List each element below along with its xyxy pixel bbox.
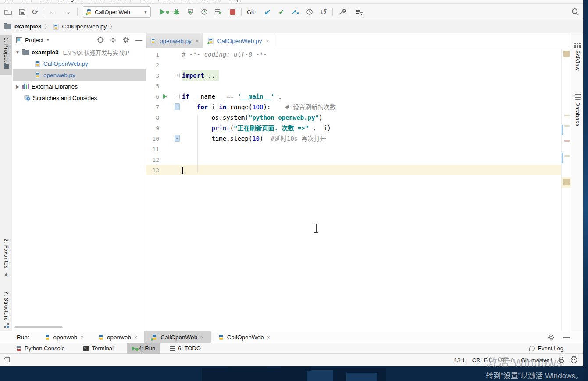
sync-icon[interactable]: ⟳	[30, 7, 40, 17]
code-line-12[interactable]: 12	[146, 154, 561, 165]
forward-icon[interactable]: →	[62, 7, 73, 17]
close-icon[interactable]: ×	[266, 38, 269, 44]
fold-collapse-icon[interactable]: −	[175, 135, 180, 142]
sidebar-item-structure[interactable]: 7: Structure	[0, 291, 12, 328]
menu-bar[interactable]: FileEditViewNavigateCodeRefactorRunTools…	[0, 0, 583, 4]
tool-window-python-console[interactable]: Python Console	[11, 343, 70, 354]
git-update-icon[interactable]: ↙	[262, 7, 273, 17]
locate-icon[interactable]	[97, 36, 104, 43]
breadcrumb-separator-icon: 〉	[45, 23, 50, 30]
code-line-5[interactable]: 5	[146, 81, 561, 91]
tool-window-event-log[interactable]: Event Log	[529, 345, 563, 352]
open-icon[interactable]	[3, 7, 13, 17]
tree-row-callopenweb.py[interactable]: CallOpenWeb.py	[13, 58, 146, 69]
menu-refactor[interactable]: Refactor	[111, 0, 133, 3]
run-tab-1-openweb[interactable]: openweb×	[91, 331, 144, 343]
run-with-configuration-icon[interactable]	[213, 7, 224, 17]
sidebar-item-project[interactable]: 1: Project	[0, 35, 12, 75]
close-icon[interactable]: ×	[80, 334, 84, 341]
fold-collapse-icon[interactable]: −	[175, 94, 180, 99]
code-line-3[interactable]: 3+import ...	[146, 70, 561, 81]
code-editor[interactable]: 1# -*- coding: utf-8 -*-23+import ...56−…	[146, 49, 561, 175]
sidebar-item-favorites[interactable]: 2: Favorites ★	[0, 239, 12, 278]
close-icon[interactable]: ×	[134, 334, 138, 341]
menu-tools[interactable]: Tools	[159, 0, 172, 3]
code-line-11[interactable]: 11	[146, 144, 561, 154]
history-icon[interactable]	[304, 7, 315, 17]
debug-icon[interactable]	[171, 7, 182, 17]
tool-window-run[interactable]: 4: Run	[127, 343, 160, 354]
close-icon[interactable]: ×	[200, 334, 204, 341]
tab-callopenweb[interactable]: CallOpenWeb.py ×	[203, 33, 274, 48]
fold-collapse-icon[interactable]: −	[175, 103, 180, 110]
code-line-6[interactable]: 6−if __name__ == '__main__' :	[146, 91, 561, 102]
gear-icon[interactable]	[122, 36, 129, 43]
stripe-mark	[564, 155, 570, 157]
tree-row-root[interactable]: ▼ example3 E:\PyQt 快速开发与实战\P	[13, 46, 146, 58]
stop-icon[interactable]	[227, 7, 238, 17]
collapse-all-icon[interactable]	[110, 37, 116, 43]
stripe-mark	[564, 125, 570, 127]
menu-code[interactable]: Code	[90, 0, 103, 3]
sidebar-item-database[interactable]: Database	[571, 94, 583, 126]
tab-openweb[interactable]: openweb.py ×	[146, 33, 203, 48]
code-line-8[interactable]: 8 os.system("python openweb.py")	[146, 112, 561, 123]
code-line-10[interactable]: 10− time.sleep(10) #延时10s 再次打开	[146, 133, 561, 144]
code-line-9[interactable]: 9 print("正在刷新页面. 次数 =>" , i)	[146, 123, 561, 133]
save-layout-icon[interactable]	[354, 7, 365, 17]
gutter: −	[159, 102, 182, 112]
run-tab-label: openweb	[53, 334, 78, 341]
save-icon[interactable]	[17, 7, 27, 17]
tree-row-external-libraries[interactable]: ▶ External Libraries	[13, 81, 146, 92]
code-line-1[interactable]: 1# -*- coding: utf-8 -*-	[146, 49, 561, 60]
tree-row-openweb.py[interactable]: openweb.py	[13, 69, 146, 81]
menu-edit[interactable]: Edit	[21, 0, 31, 3]
breadcrumb-folder[interactable]: example3	[14, 23, 42, 30]
tool-window-terminal[interactable]: >_ Terminal	[78, 343, 119, 354]
git-commit-icon[interactable]: ✓	[276, 7, 287, 17]
tool-window-todo[interactable]: 6: TODO	[165, 343, 206, 354]
search-everywhere-icon[interactable]	[570, 7, 581, 17]
code-line-7[interactable]: 7− for i in range(100): # 设置刷新的次数	[146, 102, 561, 112]
chevron-collapsed-icon[interactable]: ▶	[15, 84, 20, 89]
project-horizontal-scrollbar[interactable]	[14, 326, 63, 328]
fold-expand-icon[interactable]: +	[175, 73, 180, 78]
run-tab-2-callopenweb[interactable]: CallOpenWeb×	[144, 331, 210, 343]
git-merge-icon[interactable]	[290, 7, 301, 17]
build-icon[interactable]	[337, 7, 347, 17]
profiler-icon[interactable]	[199, 7, 210, 17]
project-panel-title[interactable]: Project	[25, 37, 43, 43]
back-icon[interactable]: ←	[48, 7, 59, 17]
run-line-icon[interactable]	[163, 94, 167, 99]
caret-position[interactable]: 13:1	[454, 357, 465, 363]
run-configuration-select[interactable]: CallOpenWeb ▼	[83, 6, 151, 18]
close-icon[interactable]: ×	[196, 38, 199, 44]
gear-icon[interactable]	[548, 334, 554, 341]
close-icon[interactable]: ×	[267, 334, 271, 341]
tab-label: CallOpenWeb.py	[217, 38, 262, 44]
menu-vcs[interactable]: VCS	[180, 0, 192, 3]
run-tab-3-callopenweb[interactable]: CallOpenWeb×	[211, 331, 277, 343]
hide-panel-icon[interactable]: —	[135, 36, 142, 44]
sidebar-item-sciview[interactable]: SciView	[571, 43, 583, 71]
hector-inspections-icon[interactable]	[571, 357, 577, 363]
run-icon[interactable]	[157, 7, 167, 17]
rollback-icon[interactable]: ↺	[318, 7, 329, 17]
error-stripe[interactable]	[561, 49, 571, 331]
menu-navigate[interactable]: Navigate	[59, 0, 82, 3]
menu-view[interactable]: View	[39, 0, 51, 3]
code-line-2[interactable]: 2	[146, 60, 561, 70]
breadcrumb-file[interactable]: CallOpenWeb.py	[62, 23, 107, 30]
chevron-expanded-icon[interactable]: ▼	[15, 50, 20, 55]
menu-file[interactable]: File	[4, 0, 14, 3]
tree-row-scratches[interactable]: Scratches and Consoles	[13, 92, 146, 103]
menu-help[interactable]: Help	[228, 0, 240, 3]
coverage-icon[interactable]	[185, 7, 196, 17]
menu-items[interactable]: FileEditViewNavigateCodeRefactorRunTools…	[0, 0, 583, 3]
menu-window[interactable]: Window	[200, 0, 220, 3]
menu-run[interactable]: Run	[141, 0, 151, 3]
run-tab-0-openweb[interactable]: openweb×	[37, 331, 91, 343]
hide-panel-icon[interactable]: —	[563, 333, 570, 341]
code-line-13[interactable]: 13	[146, 165, 561, 175]
toolwindow-toggle-icon[interactable]	[4, 357, 10, 363]
